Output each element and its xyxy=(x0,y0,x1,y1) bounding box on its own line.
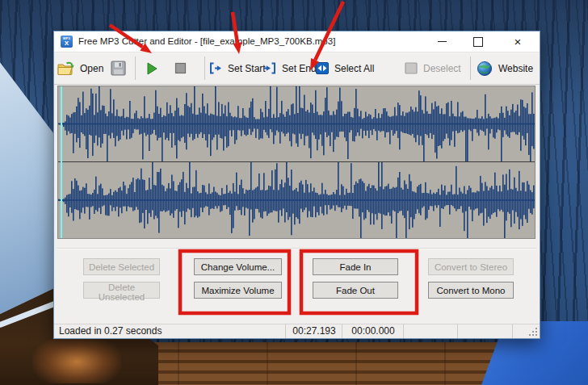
window-title: Free MP3 Cutter and Editor - [file_examp… xyxy=(78,31,335,52)
open-button[interactable]: Open xyxy=(57,52,103,84)
separator-groove xyxy=(57,248,536,249)
open-label: Open xyxy=(80,63,103,74)
delete-unselected-button[interactable]: Delete Unselected xyxy=(83,282,160,299)
maximize-volume-button[interactable]: Maximize Volume xyxy=(194,282,282,299)
app-icon: MP3 X xyxy=(61,36,73,48)
app-icon-letter: X xyxy=(61,40,73,47)
waveform-panel[interactable] xyxy=(57,86,536,239)
deselect-icon xyxy=(405,62,418,74)
background-window-glow xyxy=(32,335,121,383)
fade-in-button[interactable]: Fade In xyxy=(313,258,398,275)
deselect-label: Deselect xyxy=(423,63,461,74)
maximize-button[interactable] xyxy=(464,31,492,52)
total-time: 00:27.193 xyxy=(285,324,342,338)
stop-icon xyxy=(174,62,187,74)
open-folder-icon xyxy=(57,61,74,75)
globe-icon xyxy=(477,61,493,77)
position-time: 00:00.000 xyxy=(342,324,404,338)
play-icon xyxy=(145,61,159,76)
set-end-icon xyxy=(263,62,276,74)
convert-to-stereo-button[interactable]: Convert to Stereo xyxy=(428,258,514,275)
set-end-button[interactable]: Set End xyxy=(263,52,317,84)
status-bar: Loaded in 0.27 seconds 00:27.193 00:00.0… xyxy=(54,324,540,338)
maximize-icon xyxy=(473,37,483,47)
save-floppy-icon xyxy=(111,61,126,76)
playback-cursor[interactable] xyxy=(61,86,62,238)
status-cell-empty xyxy=(457,324,513,338)
minimize-icon xyxy=(438,41,447,42)
deselect-button[interactable]: Deselect xyxy=(405,52,461,84)
delete-selected-button[interactable]: Delete Selected xyxy=(83,258,160,275)
save-button[interactable] xyxy=(111,52,126,84)
toolbar-separator xyxy=(135,56,136,80)
waveform-left-channel xyxy=(58,86,535,161)
resize-grip[interactable] xyxy=(528,327,539,337)
select-all-label: Select All xyxy=(334,63,374,74)
set-end-label: Set End xyxy=(282,63,317,74)
toolbar-separator xyxy=(204,56,205,80)
status-cell-empty xyxy=(403,324,458,338)
change-volume-button[interactable]: Change Volume... xyxy=(194,258,282,275)
minimize-button[interactable] xyxy=(428,31,456,52)
toolbar-separator xyxy=(470,56,471,80)
app-window: MP3 X Free MP3 Cutter and Editor - [file… xyxy=(53,31,540,339)
convert-to-mono-button[interactable]: Convert to Mono xyxy=(428,282,514,299)
set-start-button[interactable]: Set Start xyxy=(209,52,266,84)
website-button[interactable]: Website xyxy=(477,52,533,84)
set-start-label: Set Start xyxy=(228,63,266,74)
play-button[interactable] xyxy=(145,52,159,84)
close-button[interactable]: × xyxy=(504,31,531,52)
website-label: Website xyxy=(498,63,533,74)
title-bar[interactable]: MP3 X Free MP3 Cutter and Editor - [file… xyxy=(54,31,540,52)
set-start-icon xyxy=(209,62,222,74)
screen: MP3 X Free MP3 Cutter and Editor - [file… xyxy=(0,0,588,385)
stop-button[interactable] xyxy=(174,52,187,84)
toolbar: Open xyxy=(54,52,540,85)
select-all-button[interactable]: Select All xyxy=(316,52,374,84)
waveform-right-channel xyxy=(58,162,535,238)
fade-out-button[interactable]: Fade Out xyxy=(313,282,398,299)
select-all-icon xyxy=(316,62,329,74)
status-message: Loaded in 0.27 seconds xyxy=(59,324,162,338)
